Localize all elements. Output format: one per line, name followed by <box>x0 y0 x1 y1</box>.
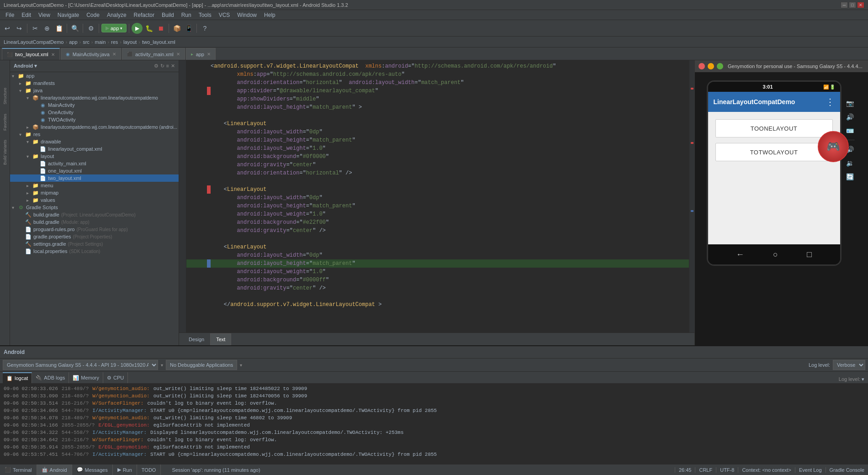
tab-cpu[interactable]: ⚙ CPU <box>103 372 128 383</box>
tab-close-activity-main[interactable]: ✕ <box>176 52 180 57</box>
tree-item-two-layout[interactable]: 📄 two_layout.xml <box>10 174 179 182</box>
status-tab-terminal[interactable]: ⬛ Terminal <box>0 464 37 475</box>
tab-app[interactable]: ▸ app ✕ <box>186 48 216 60</box>
menu-code[interactable]: Code <box>83 11 103 19</box>
sdk-manager-btn[interactable]: 📦 <box>171 22 182 34</box>
phone-menu-icon[interactable]: ⋮ <box>826 96 835 107</box>
tree-item-pkg2[interactable]: ▸ 📦 linearlayoutcompatdemo.wjj.com.linea… <box>10 123 179 131</box>
log-level-selector[interactable]: Verbose Debug Info Warn Error <box>833 360 865 370</box>
tree-item-local-props[interactable]: 📄 local.properties (SDK Location) <box>10 248 179 255</box>
tree-item-values[interactable]: ▸ 📁 values <box>10 196 179 204</box>
strip-label-favorites[interactable]: Favorites <box>3 114 7 131</box>
menu-edit[interactable]: Edit <box>18 11 35 19</box>
tab-two-layout[interactable]: ⬛ two_layout.xml ✕ <box>2 48 60 60</box>
tab-design[interactable]: Design <box>183 333 210 345</box>
gradle-console-btn[interactable]: Gradle Console <box>826 467 868 473</box>
sidebar-options-icon[interactable]: ≡ <box>166 63 169 69</box>
tree-item-gradle-scripts[interactable]: ▾ ⚙ Gradle Scripts <box>10 204 179 211</box>
camera-icon[interactable]: 📷 <box>844 98 856 109</box>
phone-back-icon[interactable]: ← <box>736 250 744 259</box>
tree-item-mainactivity[interactable]: ◉ MainActivity <box>10 101 179 109</box>
tab-close-app[interactable]: ✕ <box>207 52 211 57</box>
tab-text[interactable]: Text <box>210 333 231 345</box>
breadcrumb-item-1[interactable]: app <box>69 39 77 45</box>
toolbar-settings-btn[interactable]: ⚙ <box>85 22 96 34</box>
toolbar-copy-btn[interactable]: ⊕ <box>42 22 53 34</box>
status-tab-run[interactable]: ▶ Run <box>113 464 137 475</box>
tree-item-app[interactable]: ▾ 📁 app <box>10 72 179 79</box>
close-button[interactable]: ✕ <box>857 2 864 8</box>
tree-item-manifests[interactable]: ▸ 📁 manifests <box>10 79 179 87</box>
menu-vcs[interactable]: VCS <box>215 11 234 19</box>
tree-item-layout[interactable]: ▾ 📁 layout <box>10 153 179 160</box>
tree-item-activity-main[interactable]: 📄 activity_main.xml <box>10 160 179 167</box>
code-editor[interactable]: <android.support.v7.widget.LinearLayoutC… <box>186 60 689 332</box>
avd-manager-btn[interactable]: 📱 <box>183 22 194 34</box>
strip-label-structure[interactable]: Structure <box>3 88 7 105</box>
phone-btn-two[interactable]: TOTWOLAYOUT <box>715 143 833 161</box>
menu-refactor[interactable]: Refactor <box>130 11 158 19</box>
status-tab-messages[interactable]: 💬 Messages <box>72 464 113 475</box>
tree-item-proguard[interactable]: 📄 proguard-rules.pro (ProGuard Rules for… <box>10 226 179 233</box>
volume-down-icon[interactable]: 🔉 <box>844 158 856 169</box>
breadcrumb-item-0[interactable]: LinearLayoutCompatDemo <box>4 39 64 45</box>
phone-home-icon[interactable]: ○ <box>773 250 778 259</box>
stop-button[interactable]: ⏹ <box>155 22 166 34</box>
tab-logcat[interactable]: 📋 logcat <box>3 372 32 383</box>
status-tab-todo[interactable]: TODO <box>137 464 161 475</box>
phone-recents-icon[interactable]: □ <box>807 250 812 259</box>
toolbar-back-btn[interactable]: ↩ <box>2 22 13 34</box>
tab-activity-main[interactable]: ⬛ activity_main.xml ✕ <box>122 48 185 60</box>
debug-button[interactable]: 🐛 <box>143 22 154 34</box>
toolbar-cut-btn[interactable]: ✂ <box>30 22 41 34</box>
tab-close-main-activity[interactable]: ✕ <box>112 52 116 57</box>
sidebar-close-icon[interactable]: ✕ <box>171 63 175 69</box>
sound-icon[interactable]: 🔊 <box>844 111 856 122</box>
minimize-button[interactable]: ─ <box>841 2 848 8</box>
strip-label-variants[interactable]: Build Variants <box>3 140 7 165</box>
toolbar-paste-btn[interactable]: 📋 <box>53 22 64 34</box>
tree-item-res[interactable]: ▾ 📁 res <box>10 131 179 138</box>
tree-item-menu[interactable]: ▸ 📁 menu <box>10 182 179 189</box>
breadcrumb-item-2[interactable]: src <box>83 39 90 45</box>
genymotion-close-btn[interactable] <box>699 63 705 69</box>
tree-item-build-gradle-proj[interactable]: 🔨 build.gradle (Project: LinearLayoutCom… <box>10 211 179 218</box>
breadcrumb-item-6[interactable]: two_layout.xml <box>142 39 175 45</box>
id-icon[interactable]: 🪪 <box>844 125 856 136</box>
menu-file[interactable]: File <box>2 11 18 19</box>
phone-btn-one[interactable]: TOONELAYOUT <box>715 119 833 137</box>
tab-adb-logs[interactable]: 🔌 ADB logs <box>32 372 69 383</box>
sidebar-sync-icon[interactable]: ↻ <box>160 63 164 69</box>
tree-item-linearlayout-compat[interactable]: 📄 linearlayout_compat.xml <box>10 145 179 153</box>
tree-item-one-layout[interactable]: 📄 one_layout.xml <box>10 167 179 174</box>
tree-item-java[interactable]: ▾ 📁 java <box>10 87 179 94</box>
tab-close-two-layout[interactable]: ✕ <box>51 52 55 57</box>
device-selector[interactable]: Genymotion Samsung Galaxy S5 - 4.4.4 - A… <box>3 360 158 370</box>
breadcrumb-item-3[interactable]: main <box>95 39 106 45</box>
breadcrumb-item-5[interactable]: layout <box>123 39 137 45</box>
tree-item-mipmap[interactable]: ▸ 📁 mipmap <box>10 189 179 196</box>
menu-analyze[interactable]: Analyze <box>103 11 130 19</box>
rotate-icon[interactable]: 🔄 <box>844 171 856 182</box>
tree-item-twoactivity[interactable]: ◉ TWOActivity <box>10 116 179 123</box>
menu-help[interactable]: Help <box>260 11 279 19</box>
sidebar-gear-icon[interactable]: ⚙ <box>154 63 159 69</box>
help-btn[interactable]: ? <box>199 22 210 34</box>
tree-item-build-gradle-mod[interactable]: 🔨 build.gradle (Module: app) <box>10 218 179 226</box>
tree-item-settings-gradle[interactable]: 🔨 settings.gradle (Project Settings) <box>10 240 179 248</box>
log-area[interactable]: 09-06 02:50:33.026 218-489/? W/genymotio… <box>0 384 868 464</box>
toolbar-forward-btn[interactable]: ↪ <box>14 22 25 34</box>
genymotion-max-btn[interactable] <box>717 63 723 69</box>
menu-tools[interactable]: Tools <box>195 11 215 19</box>
menu-navigate[interactable]: Navigate <box>54 11 83 19</box>
toolbar-app-selector[interactable]: ▶ app ▾ <box>101 24 127 32</box>
tree-item-oneactivity[interactable]: ◉ OneActivity <box>10 109 179 116</box>
event-log-btn[interactable]: Event Log <box>795 467 826 473</box>
status-tab-android[interactable]: 🤖 Android <box>37 464 72 475</box>
tab-main-activity[interactable]: ◉ MainActivity.java ✕ <box>61 48 121 60</box>
menu-view[interactable]: View <box>35 11 54 19</box>
breadcrumb-item-4[interactable]: res <box>111 39 118 45</box>
toolbar-search-btn[interactable]: 🔍 <box>69 22 80 34</box>
menu-run[interactable]: Run <box>178 11 195 19</box>
tab-memory[interactable]: 📊 Memory <box>69 372 103 383</box>
